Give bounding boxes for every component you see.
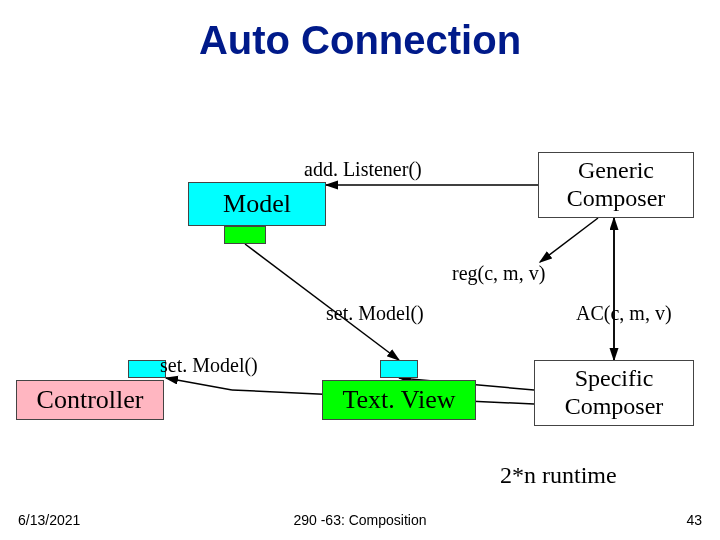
diagram-arrows <box>0 0 720 540</box>
model-box: Model <box>188 182 326 226</box>
generic-line2: Composer <box>567 185 666 213</box>
specific-line1: Specific <box>575 365 654 393</box>
controller-box: Controller <box>16 380 164 420</box>
svg-line-2 <box>540 218 598 262</box>
specific-composer-box: Specific Composer <box>534 360 694 426</box>
textview-stub <box>380 360 418 378</box>
setmodel-top-label: set. Model() <box>326 302 424 325</box>
svg-line-7 <box>166 378 232 390</box>
model-label: Model <box>223 189 291 219</box>
runtime-note: 2*n runtime <box>500 462 617 489</box>
model-stub <box>224 226 266 244</box>
generic-line1: Generic <box>578 157 654 185</box>
reg-label: reg(c, m, v) <box>452 262 545 285</box>
controller-label: Controller <box>37 385 144 415</box>
footer-page-number: 43 <box>686 512 702 528</box>
textview-box: Text. View <box>322 380 476 420</box>
setmodel-left-label: set. Model() <box>160 354 258 377</box>
ac-label: AC(c, m, v) <box>576 302 672 325</box>
specific-line2: Composer <box>565 393 664 421</box>
addlistener-label: add. Listener() <box>304 158 422 181</box>
footer-center: 290 -63: Composition <box>0 512 720 528</box>
textview-label: Text. View <box>342 385 455 415</box>
generic-composer-box: Generic Composer <box>538 152 694 218</box>
slide-title: Auto Connection <box>0 18 720 63</box>
